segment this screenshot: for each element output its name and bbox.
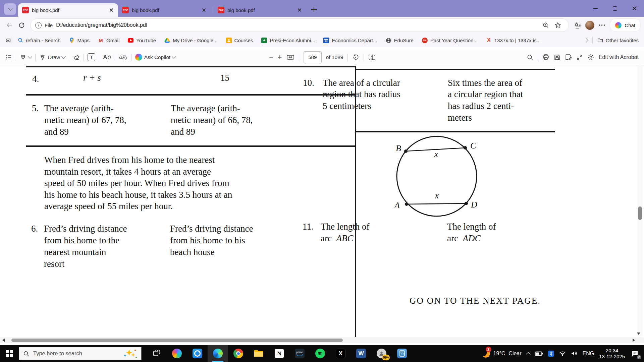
zoom-out-button[interactable]: − [269, 54, 273, 61]
bookmark-1337x[interactable]: X 1337x.to | 1337x.is... [486, 38, 541, 43]
other-favorites-label[interactable]: Other favorites [606, 38, 639, 43]
highlighter-tool[interactable] [20, 54, 32, 61]
horizontal-scrollbar-thumb[interactable] [11, 339, 343, 342]
zoom-in-button[interactable]: + [278, 54, 282, 61]
tab-search-button[interactable] [4, 3, 16, 15]
speaker-icon[interactable] [571, 351, 578, 356]
page-number-input[interactable] [304, 51, 322, 63]
close-window-button[interactable] [625, 0, 644, 17]
add-text-tool[interactable]: T [88, 53, 95, 61]
favorite-star-icon[interactable] [552, 19, 564, 31]
task-view-button[interactable] [146, 345, 167, 362]
page-view-button[interactable] [368, 54, 376, 61]
bookmark-label: My Drive - Google... [173, 38, 217, 43]
edit-with-acrobat-button[interactable]: Edit with Acrobat [599, 54, 639, 60]
refresh-button[interactable] [15, 19, 28, 31]
scroll-right-arrow[interactable] [633, 339, 635, 342]
taskbar-spotify[interactable] [310, 345, 330, 362]
taskbar-notion[interactable]: N [269, 345, 289, 362]
zoom-page-icon[interactable] [540, 19, 552, 31]
q4-number: 4. [32, 74, 39, 84]
close-tab-icon[interactable] [200, 6, 208, 14]
close-tab-icon[interactable] [107, 6, 115, 14]
taskbar-copilot[interactable] [167, 345, 187, 362]
bookmark-gmail[interactable]: M Gmail [98, 38, 119, 43]
scroll-down-arrow[interactable] [637, 333, 640, 335]
q10-col-a-line: The area of a circular [323, 78, 400, 88]
tab-title: big book.pdf [32, 7, 107, 13]
vertical-scrollbar-thumb[interactable] [638, 206, 642, 220]
wifi-icon[interactable] [559, 351, 566, 356]
q5-col-a-line: metic mean) of 67, 78, [44, 115, 126, 125]
bookmark-courses[interactable]: Courses [226, 38, 253, 43]
bookmark-label: Economics Depart... [332, 38, 377, 43]
start-button[interactable] [0, 345, 19, 362]
q5-col-a-line: The average (arith- [44, 103, 114, 114]
bookmark-maps[interactable]: Maps [69, 38, 90, 43]
bookmark-drive[interactable]: My Drive - Google... [164, 38, 217, 43]
bookmark-presi-econ[interactable]: + Presi-Econ Alumni... [261, 38, 315, 43]
taskbar-edge-active[interactable] [208, 345, 228, 362]
q10-number: 10. [303, 78, 314, 88]
page-info-icon[interactable]: i [35, 22, 42, 28]
taskbar-word[interactable]: W [351, 345, 371, 362]
translate-tool[interactable]: aあ [119, 54, 127, 61]
copilot-icon [135, 54, 142, 61]
taskbar-file-explorer[interactable] [249, 345, 269, 362]
bookmark-edusure[interactable]: EduSure [386, 38, 414, 43]
bluetooth-icon[interactable] [548, 351, 554, 357]
taskbar-outlook[interactable] [187, 345, 208, 362]
favorites-list-icon[interactable] [572, 19, 584, 31]
fullscreen-icon[interactable] [576, 54, 583, 61]
eraser-tool[interactable] [73, 54, 80, 61]
tab-2[interactable]: PDF big book.pdf [118, 3, 211, 17]
rotate-button[interactable] [352, 54, 359, 61]
taskbar-calculator[interactable] [392, 345, 412, 362]
q11-col-a-line: arc ABC [321, 233, 353, 244]
back-button[interactable] [3, 19, 15, 31]
bookmarks-overflow-icon[interactable] [584, 38, 588, 43]
search-document-icon[interactable] [527, 54, 533, 61]
read-aloud-tool[interactable]: A [103, 54, 111, 61]
weather-widget[interactable]: 3 19°C Clear [482, 349, 522, 358]
bookmark-refrain-search[interactable]: refrain - Search [17, 38, 60, 43]
save-as-icon[interactable] [565, 54, 572, 61]
taskbar-search-input[interactable] [33, 350, 120, 357]
language-indicator[interactable]: ENG [583, 351, 594, 357]
url-field[interactable]: i File D:/education/gregmat/big%20book.p… [30, 18, 569, 32]
taskbar-search-box[interactable] [19, 347, 142, 360]
taskbar-prime-video[interactable]: prime [289, 345, 310, 362]
copilot-chat-button[interactable]: Chat [610, 18, 641, 32]
tray-overflow-chevron[interactable] [526, 352, 531, 356]
draw-tool[interactable]: Draw [39, 54, 65, 61]
settings-gear-icon[interactable] [587, 54, 594, 61]
minimize-button[interactable] [586, 0, 605, 17]
taskbar-person-app[interactable]: 99+ [371, 345, 392, 362]
close-tab-icon[interactable] [296, 6, 304, 14]
print-icon[interactable] [542, 54, 549, 61]
bookmark-economics[interactable]: Economics Depart... [323, 38, 377, 43]
ask-copilot-button[interactable]: Ask Copilot [135, 54, 175, 61]
taskbar-chrome[interactable] [228, 345, 249, 362]
q6-col-b-line: from his home to his [170, 235, 245, 246]
vertical-scrollbar[interactable] [637, 66, 643, 337]
fit-width-button[interactable] [286, 54, 294, 61]
scroll-left-arrow[interactable] [2, 339, 5, 342]
table-rule [26, 66, 356, 67]
notification-center-button[interactable]: 2 [630, 349, 640, 359]
sidebar-widget-icon[interactable] [5, 38, 11, 43]
point-label-b: B [396, 143, 401, 154]
maximize-button[interactable] [605, 0, 625, 17]
taskbar-x[interactable]: X [330, 345, 351, 362]
bookmark-youtube[interactable]: YouTube [128, 38, 156, 43]
browser-menu-icon[interactable] [596, 19, 608, 31]
clock-widget[interactable]: 20:34 13-12-2025 [599, 348, 625, 360]
new-tab-button[interactable] [310, 5, 318, 14]
bookmark-past-year[interactable]: DSE Past Year Question... [422, 38, 478, 43]
profile-avatar[interactable] [584, 19, 596, 31]
battery-icon[interactable] [535, 351, 543, 356]
save-icon[interactable] [554, 54, 560, 61]
tab-3[interactable]: PDF big book.pdf [214, 3, 306, 17]
toc-menu-icon[interactable] [5, 54, 12, 61]
tab-1-active[interactable]: PDF big book.pdf [18, 3, 118, 17]
